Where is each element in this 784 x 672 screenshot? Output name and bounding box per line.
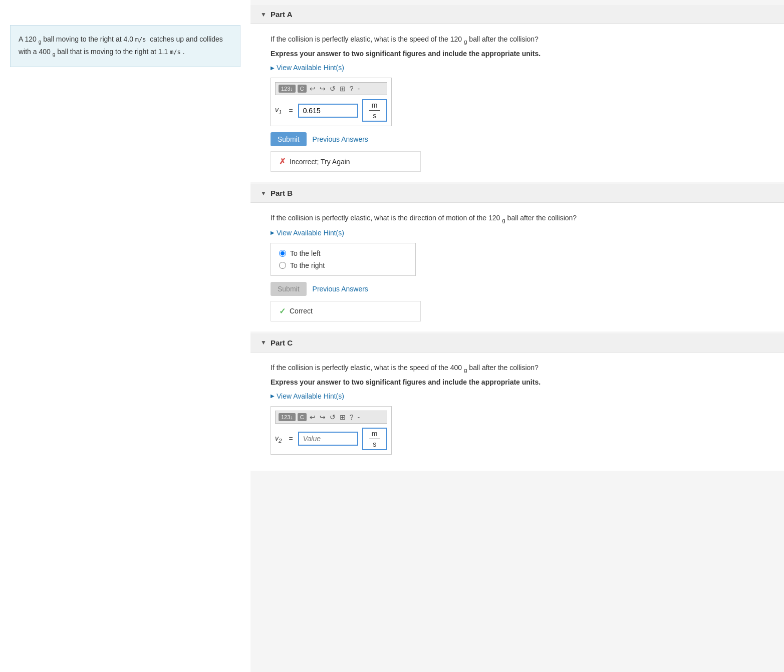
part-c-arrow: ▼ — [260, 339, 267, 346]
part-a-undo-icon[interactable]: ↩ — [309, 85, 317, 93]
part-a-hint-link[interactable]: ▶ View Available Hint(s) — [271, 64, 764, 72]
part-a-equals: = — [289, 107, 293, 115]
part-c-unit-fraction: m s — [362, 428, 387, 450]
part-c-123-btn[interactable]: 123↓ — [279, 413, 296, 421]
part-b-status-box: ✓ Correct — [271, 301, 421, 321]
part-a-express: Express your answer to two significant f… — [271, 50, 764, 58]
part-a-arrow: ▼ — [260, 11, 267, 18]
part-a-help-icon[interactable]: ? — [349, 85, 355, 93]
part-a-prev-answers[interactable]: Previous Answers — [313, 135, 368, 143]
part-b-hint-arrow: ▶ — [271, 230, 275, 235]
part-b-unit: g — [502, 217, 505, 223]
part-c-refresh-icon[interactable]: ↺ — [329, 413, 337, 421]
part-b-hint-label: View Available Hint(s) — [277, 229, 344, 237]
part-a-c-btn[interactable]: C — [298, 85, 307, 93]
part-a-redo-icon[interactable]: ↪ — [319, 85, 327, 93]
part-c-hint-arrow: ▶ — [271, 393, 275, 399]
part-a-value-input[interactable] — [298, 104, 358, 118]
part-b-header: ▼ Part B — [250, 184, 784, 203]
part-a-status-icon: ✗ — [279, 157, 286, 166]
part-c-express: Express your answer to two significant f… — [271, 378, 764, 386]
part-b-question: If the collision is perfectly elastic, w… — [271, 213, 764, 224]
part-c-hint-label: View Available Hint(s) — [277, 392, 344, 400]
part-b-label-left: To the left — [290, 249, 321, 257]
part-c-help-icon[interactable]: ? — [349, 413, 355, 421]
left-panel: A 120 g ball moving to the right at 4.0 … — [0, 0, 250, 672]
part-b-label: Part B — [271, 189, 293, 197]
part-c-c-btn[interactable]: C — [298, 413, 307, 421]
part-a-var-label: v1 — [275, 106, 282, 115]
unit-ms1: m/s — [135, 36, 146, 43]
part-a-123-btn[interactable]: 123↓ — [279, 85, 296, 93]
part-b-prev-answers[interactable]: Previous Answers — [313, 285, 368, 293]
part-c-grid-icon[interactable]: ⊞ — [339, 413, 347, 421]
problem-text: A 120 g ball moving to the right at 4.0 … — [19, 35, 223, 56]
part-a-answer-box: 123↓ C ↩ ↪ ↺ ⊞ ? - v1 = m s — [271, 78, 392, 126]
part-b-option-right[interactable]: To the right — [279, 261, 407, 269]
part-a-status-box: ✗ Incorrect; Try Again — [271, 151, 421, 172]
part-c-unit-num: m — [369, 430, 380, 439]
part-b-status-icon: ✓ — [279, 306, 286, 316]
part-a-toolbar: 123↓ C ↩ ↪ ↺ ⊞ ? - — [275, 82, 387, 95]
part-b-radio-left[interactable] — [279, 250, 286, 257]
part-a-hint-label: View Available Hint(s) — [277, 64, 344, 72]
part-b-section: ▼ Part B If the collision is perfectly e… — [250, 184, 784, 331]
part-a-unit-den: s — [373, 112, 376, 120]
part-b-radio-box: To the left To the right — [271, 243, 416, 276]
part-c-body: If the collision is perfectly elastic, w… — [250, 353, 784, 471]
part-c-answer-box: 123↓ C ↩ ↪ ↺ ⊞ ? - v2 = m s — [271, 406, 392, 455]
part-a-status-text: Incorrect; Try Again — [290, 158, 350, 166]
part-a-refresh-icon[interactable]: ↺ — [329, 85, 337, 93]
part-c-undo-icon[interactable]: ↩ — [309, 413, 317, 421]
part-a-unit-num: m — [369, 101, 380, 111]
part-b-radio-right[interactable] — [279, 262, 286, 269]
part-a-label: Part A — [271, 10, 293, 19]
part-a-dash-icon: - — [357, 85, 361, 93]
part-a-hint-arrow: ▶ — [271, 65, 275, 71]
part-c-header: ▼ Part C — [250, 333, 784, 353]
part-c-dash-icon: - — [357, 413, 361, 421]
part-c-question: If the collision is perfectly elastic, w… — [271, 363, 764, 374]
part-a-grid-icon[interactable]: ⊞ — [339, 85, 347, 93]
part-c-toolbar: 123↓ C ↩ ↪ ↺ ⊞ ? - — [275, 411, 387, 424]
part-a-btn-row: Submit Previous Answers — [271, 132, 764, 146]
part-a-section: ▼ Part A If the collision is perfectly e… — [250, 5, 784, 182]
part-a-header: ▼ Part A — [250, 5, 784, 24]
part-c-unit: g — [464, 366, 467, 373]
part-c-unit-den: s — [373, 440, 376, 448]
unit-g1: g — [39, 39, 42, 45]
unit-g2: g — [53, 52, 56, 57]
part-c-var-label: v2 — [275, 434, 282, 444]
part-b-btn-row: Submit Previous Answers — [271, 282, 764, 296]
part-c-section: ▼ Part C If the collision is perfectly e… — [250, 333, 784, 471]
part-c-equals: = — [289, 435, 293, 443]
part-a-unit-fraction: m s — [362, 99, 387, 122]
right-panel: ▼ Part A If the collision is perfectly e… — [250, 0, 784, 672]
part-a-question: If the collision is perfectly elastic, w… — [271, 34, 764, 46]
part-a-unit: g — [464, 38, 467, 45]
part-c-input-row: v2 = m s — [275, 428, 387, 450]
part-c-hint-link[interactable]: ▶ View Available Hint(s) — [271, 392, 764, 400]
part-a-input-row: v1 = m s — [275, 99, 387, 122]
part-b-hint-link[interactable]: ▶ View Available Hint(s) — [271, 229, 764, 237]
part-a-submit-btn[interactable]: Submit — [271, 132, 307, 146]
unit-ms2: m/s — [170, 49, 181, 56]
part-b-label-right: To the right — [290, 261, 325, 269]
part-c-redo-icon[interactable]: ↪ — [319, 413, 327, 421]
part-c-value-input[interactable] — [298, 432, 358, 446]
problem-statement: A 120 g ball moving to the right at 4.0 … — [10, 25, 240, 67]
part-a-body: If the collision is perfectly elastic, w… — [250, 24, 784, 182]
part-b-option-left[interactable]: To the left — [279, 249, 407, 257]
part-b-submit-btn: Submit — [271, 282, 307, 296]
part-b-status-text: Correct — [290, 307, 313, 315]
part-c-label: Part C — [271, 339, 293, 347]
part-b-arrow: ▼ — [260, 190, 267, 197]
part-b-body: If the collision is perfectly elastic, w… — [250, 203, 784, 331]
